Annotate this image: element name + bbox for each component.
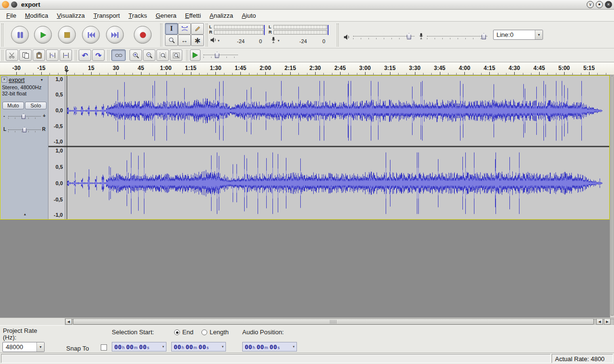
input-device-select[interactable]: Line:0 ▾	[493, 30, 543, 40]
minutes-value[interactable]: 00	[257, 343, 264, 351]
seconds-value[interactable]: 00	[270, 343, 277, 351]
mute-button[interactable]: Muto	[2, 102, 24, 109]
snap-to-checkbox[interactable]	[101, 344, 107, 351]
toolbar-grip[interactable]	[75, 50, 77, 61]
redo-button[interactable]: ↷	[92, 49, 105, 61]
window-menu-icon[interactable]	[11, 1, 17, 8]
pause-button[interactable]	[11, 26, 29, 44]
selection-tool-button[interactable]: I	[165, 23, 178, 35]
record-button[interactable]	[134, 26, 152, 44]
menu-aiuto[interactable]: Aiuto	[237, 11, 260, 21]
track-close-button[interactable]: ×	[1, 77, 7, 82]
undo-button[interactable]: ↶	[79, 49, 91, 61]
waveform-channel-right[interactable]	[65, 147, 609, 219]
toolbar-grip[interactable]	[1, 50, 3, 61]
seconds-value[interactable]: 00	[139, 343, 147, 351]
playback-speed-thumb[interactable]	[215, 52, 219, 58]
scroll-left-button-right[interactable]: ◀	[596, 318, 603, 325]
trim-outside-selection-button[interactable]	[46, 49, 59, 61]
skip-to-start-button[interactable]	[82, 26, 100, 44]
playback-meter[interactable]: L R ▾ -24 0	[209, 24, 267, 46]
vertical-scrollbar-thumb[interactable]	[611, 76, 614, 316]
vertical-scrollbar[interactable]	[610, 75, 614, 317]
chevron-down-icon[interactable]: ▾	[222, 345, 224, 349]
window-shade-button[interactable]: ∨	[587, 1, 594, 8]
output-volume-slider[interactable]	[353, 33, 414, 40]
track-menu-icon[interactable]: ▾	[41, 78, 43, 82]
paste-button[interactable]	[33, 49, 45, 61]
menu-visualizza[interactable]: Visualizza	[52, 11, 89, 21]
solo-button[interactable]: Solo	[25, 102, 47, 109]
length-radio[interactable]	[201, 329, 207, 335]
timeshift-tool-button[interactable]: ↔	[178, 35, 191, 46]
chevron-down-icon[interactable]: ▾	[162, 345, 164, 349]
minutes-value[interactable]: 00	[126, 343, 134, 351]
menu-transport[interactable]: Transport	[89, 11, 124, 21]
hours-value[interactable]: 00	[245, 343, 252, 351]
chevron-down-icon[interactable]: ▾	[535, 30, 543, 39]
hours-value[interactable]: 00	[174, 343, 181, 351]
draw-tool-button[interactable]	[191, 23, 204, 35]
horizontal-scrollbar[interactable]: ◀ ◀ ▶	[0, 317, 614, 325]
window-maximize-button[interactable]: ●	[596, 1, 603, 8]
meter-dropdown-icon[interactable]: ▾	[218, 39, 220, 43]
audio-position-time-field[interactable]: 00h 00m 00s ▾	[242, 342, 297, 352]
chevron-down-icon[interactable]: ▾	[293, 345, 295, 349]
project-rate-select[interactable]: 48000 ▾	[2, 342, 45, 352]
gain-slider[interactable]: - +	[2, 113, 47, 120]
fit-selection-button[interactable]	[156, 49, 169, 61]
input-volume-slider[interactable]	[427, 33, 487, 40]
stop-button[interactable]	[58, 26, 76, 44]
toolbar-grip[interactable]	[186, 50, 188, 61]
fit-project-button[interactable]	[170, 49, 182, 61]
vertical-scale-ruler[interactable]: 1,0 0,5 0,0 -0,5 -1,0 1,0 0,5 0,0 -0,5 -…	[48, 76, 65, 219]
scroll-right-button[interactable]: ▶	[604, 318, 611, 325]
menu-effetti[interactable]: Effetti	[181, 11, 205, 21]
title-bar[interactable]: export ∨ ● ×	[0, 0, 614, 10]
play-at-speed-button[interactable]	[190, 49, 201, 61]
menu-tracks[interactable]: Tracks	[124, 11, 152, 21]
gain-thumb[interactable]	[22, 114, 25, 119]
pan-thumb[interactable]	[23, 127, 26, 132]
sync-lock-button[interactable]	[111, 49, 126, 61]
toolbar-grip[interactable]	[107, 50, 109, 61]
selection-start-time-field[interactable]: 00h 00m 00s ▾	[112, 342, 166, 352]
seconds-value[interactable]: 00	[199, 343, 206, 351]
end-radio[interactable]	[174, 329, 180, 335]
window-close-button[interactable]: ×	[605, 1, 612, 8]
play-button[interactable]	[34, 26, 52, 44]
meter-dropdown-icon[interactable]: ▾	[278, 39, 280, 43]
waveform-channel-left[interactable]	[65, 76, 609, 146]
playback-speed-slider[interactable]	[203, 52, 238, 59]
pan-slider[interactable]: L R	[2, 127, 47, 133]
zoom-out-button[interactable]	[143, 49, 155, 61]
toolbar-grip[interactable]	[337, 23, 339, 47]
menu-modifica[interactable]: Modifica	[21, 11, 52, 21]
output-volume-thumb[interactable]	[407, 33, 411, 39]
copy-button[interactable]	[19, 49, 32, 61]
toolbar-grip[interactable]	[1, 23, 3, 47]
multi-tool-button[interactable]: ∗	[191, 35, 204, 46]
selection-end-time-field[interactable]: 00h 00m 00s ▾	[171, 342, 226, 352]
recording-meter[interactable]: L R ▾ -24 0	[269, 24, 332, 46]
zoom-tool-button[interactable]	[165, 35, 178, 46]
horizontal-scrollbar-thumb[interactable]	[73, 318, 594, 325]
input-volume-thumb[interactable]	[482, 33, 486, 39]
cut-button[interactable]	[6, 49, 18, 61]
zoom-in-button[interactable]	[130, 49, 142, 61]
track-name[interactable]: export	[9, 77, 24, 83]
chevron-down-icon[interactable]: ▾	[36, 342, 44, 352]
skip-to-end-button[interactable]	[106, 26, 124, 44]
minutes-value[interactable]: 00	[186, 343, 193, 351]
menu-analizza[interactable]: Analizza	[205, 11, 237, 21]
hours-value[interactable]: 00	[114, 343, 122, 351]
scroll-left-button[interactable]: ◀	[65, 318, 72, 325]
silence-selection-button[interactable]	[59, 49, 72, 61]
menu-file[interactable]: File	[2, 11, 21, 21]
toolbar-grip[interactable]	[160, 23, 162, 47]
toolbar-grip[interactable]	[206, 23, 208, 47]
track-collapse-button[interactable]: ▲	[18, 212, 32, 218]
envelope-tool-button[interactable]	[178, 23, 191, 35]
timeline-ruler[interactable]: -30-1501530451:001:151:301:452:002:152:3…	[0, 62, 614, 75]
menu-genera[interactable]: Genera	[151, 11, 180, 21]
